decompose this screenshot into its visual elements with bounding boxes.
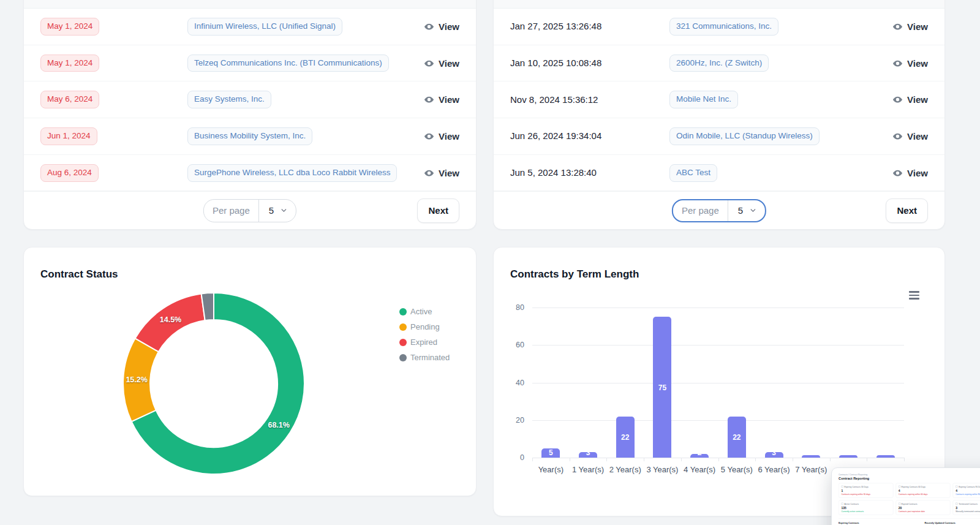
view-label: View [439,21,459,32]
bar-value-label: 3 [772,448,776,457]
bar-value-label: 5 [549,448,553,457]
expiration-date-badge: Jun 1, 2024 [40,127,97,145]
row-cell-date: May 1, 2024 [40,18,187,36]
legend-dot-icon [399,339,407,346]
gridline [532,420,904,421]
customer-name-badge[interactable]: Odin Mobile, LLC (Standup Wireless) [669,127,820,145]
customer-name-badge[interactable]: SurgePhone Wireless, LLC dba Loco Rabbit… [187,164,397,182]
customer-name-badge[interactable]: ABC Test [669,164,717,182]
x-axis-tick [755,458,756,461]
updated-contracts-rows: Jan 27, 2025 13:26:48321 Communications,… [494,9,944,191]
row-cell-customer: Easy Systems, Inc. [187,91,424,108]
preview-section: Expiring ContractsContract expiration da… [839,521,922,525]
view-button[interactable]: View [424,131,459,142]
bar-value-label: 3 [586,448,590,457]
view-button[interactable]: View [892,168,928,178]
customer-name-badge[interactable]: Business Mobility System, Inc. [187,127,312,145]
x-axis-category-label: 3 Year(s) [641,465,684,474]
eye-icon [892,21,903,32]
legend-label: Pending [410,322,440,331]
bar-value-label: 2 [698,448,702,457]
legend-item-pending[interactable]: Pending [399,319,450,334]
updated-contracts-table-card: Jan 27, 2025 13:26:48321 Communications,… [493,0,945,230]
next-page-button[interactable]: Next [886,198,928,223]
contract-status-donut-chart: 68.1%15.2%14.5% [116,285,312,482]
next-page-button[interactable]: Next [417,198,459,223]
donut-legend: ActivePendingExpiredTerminated [399,304,450,365]
view-label: View [439,58,459,69]
per-page-value: 5 [728,205,749,216]
preview-metric-cards: Expiring Contracts 30 Days1Contracts exp… [839,483,980,515]
legend-dot-icon [399,308,407,315]
x-axis-category-label: 1 Year(s) [567,465,609,474]
preview-metric-note: Contracts expiring within 90 days [956,493,980,496]
preview-metric-card: Expiring Contracts 60 Days4Contracts exp… [895,483,950,498]
legend-item-expired[interactable]: Expired [399,334,450,350]
view-button[interactable]: View [892,131,928,142]
preview-page-title: Contract Reporting [839,477,980,480]
customer-name-badge[interactable]: Telzeq Communications Inc. (BTI Communic… [187,55,389,72]
y-axis-tick-label: 60 [516,341,524,349]
view-button[interactable]: View [424,21,459,32]
y-axis-tick-label: 40 [516,379,524,387]
legend-item-terminated[interactable]: Terminated [399,350,450,365]
view-button[interactable]: View [892,58,928,69]
view-label: View [907,21,928,32]
row-cell-actions: View [424,168,459,178]
view-button[interactable]: View [892,21,928,32]
preview-table-sections: Expiring ContractsContract expiration da… [839,519,980,525]
gridline [532,383,904,383]
x-axis-tick [904,458,905,461]
preview-metric-label: Expiring Contracts 30 Days [842,486,891,488]
table-row: Aug 6, 2024SurgePhone Wireless, LLC dba … [24,155,476,192]
bar-year-9 [876,455,895,458]
table-row: Jun 1, 2024Business Mobility System, Inc… [24,118,476,155]
x-axis-category-label: 4 Year(s) [678,465,721,474]
row-cell-actions: View [892,21,928,32]
preview-metric-label: Terminated Contracts [956,503,980,505]
preview-metric-card: Terminated Contracts3Manually terminated… [953,500,980,515]
eye-icon [892,94,903,105]
view-button[interactable]: View [424,94,459,105]
table-header-strip [494,0,944,9]
preview-metric-label: Active Contracts [842,503,891,505]
view-button[interactable]: View [424,58,459,69]
chart-title: Contract Status [40,268,118,281]
legend-label: Expired [410,338,437,347]
row-cell-customer: ABC Test [669,164,892,182]
bar-year-8 [839,455,858,458]
customer-name-badge[interactable]: Infinium Wireless, LLC (Unified Signal) [187,18,342,36]
legend-item-active[interactable]: Active [399,304,450,319]
bar-value-label: 22 [733,433,741,442]
per-page-select[interactable]: Per page 5 [672,199,766,222]
per-page-label: Per page [673,205,728,216]
preview-section-title: Recently Updated Contracts [925,521,980,524]
updated-timestamp: Jun 5, 2024 13:28:40 [510,167,597,178]
row-cell-date: May 6, 2024 [40,91,187,108]
table-header-strip [24,0,476,9]
eye-icon [892,131,903,142]
view-button[interactable]: View [424,168,459,178]
customer-name-badge[interactable]: 321 Communications, Inc. [669,18,778,36]
row-cell-actions: View [892,131,928,142]
customer-name-badge[interactable]: 2600Hz, Inc. (Z Switch) [669,55,769,72]
page-thumbnail-preview[interactable]: Contracts / Contract Reporting Contract … [831,467,980,525]
view-button[interactable]: View [892,94,928,105]
updated-timestamp: Jun 26, 2024 19:34:04 [510,130,601,141]
x-axis-category-label: 5 Year(s) [715,465,758,474]
row-cell-timestamp: Jun 5, 2024 13:28:40 [510,167,669,178]
customer-name-badge[interactable]: Mobile Net Inc. [669,91,738,108]
row-cell-timestamp: Nov 8, 2024 15:36:12 [510,94,669,105]
per-page-select[interactable]: Per page 5 [203,199,296,222]
preview-metric-label: Expiring Contracts 60 Days [899,486,948,488]
chart-menu-icon[interactable] [909,291,919,300]
gridline [532,345,904,346]
row-cell-customer: Mobile Net Inc. [669,91,892,108]
y-axis-tick-label: 20 [516,416,524,425]
row-cell-customer: Infinium Wireless, LLC (Unified Signal) [187,18,424,36]
x-axis-category-label: Year(s) [529,465,572,474]
eye-icon [424,168,434,178]
customer-name-badge[interactable]: Easy Systems, Inc. [187,91,271,108]
chevron-down-icon [280,206,288,214]
view-label: View [439,94,459,105]
